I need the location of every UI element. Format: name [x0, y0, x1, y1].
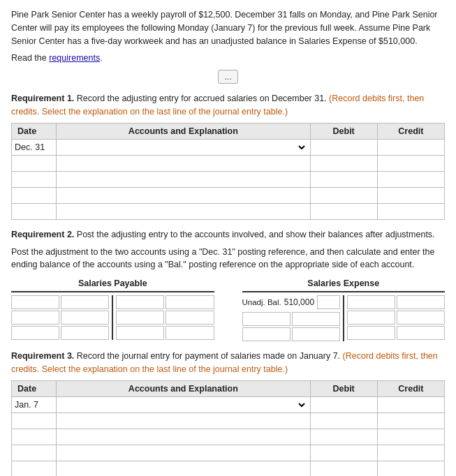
credit-input-3-3[interactable]: [381, 431, 441, 443]
acct-input-1-5[interactable]: [59, 205, 307, 218]
table1-row3-debit[interactable]: [310, 171, 377, 187]
acct-input-3-4[interactable]: [59, 447, 307, 459]
table3-row2-credit[interactable]: [377, 412, 444, 429]
table3-row5-debit[interactable]: [310, 461, 377, 476]
acct-input-1-4[interactable]: [59, 189, 307, 202]
credit-input-1-4[interactable]: [381, 189, 441, 202]
table1-row2-acct[interactable]: [57, 155, 310, 171]
requirements-link[interactable]: requirements: [49, 53, 100, 63]
expense-c3-a[interactable]: [347, 326, 395, 340]
payable-d3-a[interactable]: [11, 326, 59, 340]
table3-row2-debit[interactable]: [310, 412, 377, 429]
expense-d3-b[interactable]: [292, 327, 340, 341]
expense-d2-b-input[interactable]: [293, 313, 339, 325]
table1-row3-acct[interactable]: [57, 171, 310, 187]
payable-d2-b[interactable]: [61, 311, 109, 325]
debit-input-3-1[interactable]: [314, 399, 374, 411]
table1-row4-credit[interactable]: [377, 187, 444, 203]
expense-d2-a[interactable]: [242, 312, 290, 326]
acct-select-3-1[interactable]: [59, 399, 307, 411]
payable-d2-a[interactable]: [11, 311, 59, 325]
expense-d3-a-input[interactable]: [243, 328, 290, 341]
debit-input-3-3[interactable]: [314, 431, 374, 443]
payable-c3-a-input[interactable]: [117, 327, 163, 339]
payable-c3-b[interactable]: [166, 326, 214, 340]
table3-row2-acct[interactable]: [57, 412, 310, 429]
debit-input-3-4[interactable]: [314, 447, 374, 459]
acct-input-3-5[interactable]: [59, 463, 307, 475]
payable-c1-b[interactable]: [166, 295, 214, 309]
expense-d2-b[interactable]: [292, 312, 340, 326]
table1-row5-credit[interactable]: [377, 203, 444, 219]
payable-c1-b-input[interactable]: [166, 296, 213, 308]
table1-row1-credit[interactable]: [377, 139, 444, 155]
expense-c2-b-input[interactable]: [397, 311, 444, 324]
expense-unadj-input-field[interactable]: [318, 296, 339, 308]
expense-c1-b-input[interactable]: [397, 296, 444, 308]
ellipsis-button[interactable]: ...: [218, 70, 237, 84]
expense-c3-a-input[interactable]: [348, 327, 395, 339]
debit-input-1-2[interactable]: [314, 157, 374, 170]
payable-c2-b[interactable]: [166, 311, 214, 325]
payable-c2-b-input[interactable]: [166, 311, 213, 324]
payable-c3-b-input[interactable]: [166, 327, 213, 339]
table1-row4-debit[interactable]: [310, 187, 377, 203]
debit-input-1-3[interactable]: [314, 173, 374, 186]
table3-row3-credit[interactable]: [377, 429, 444, 445]
credit-input-1-3[interactable]: [381, 173, 441, 186]
credit-input-1-2[interactable]: [381, 157, 441, 170]
acct-input-1-2[interactable]: [59, 157, 307, 170]
table3-row3-acct[interactable]: [57, 429, 310, 445]
table3-row1-debit[interactable]: [310, 396, 377, 412]
table1-row1-acct[interactable]: [57, 139, 310, 155]
expense-c3-b-input[interactable]: [397, 327, 444, 339]
payable-d2-b-input[interactable]: [61, 311, 108, 324]
credit-input-3-1[interactable]: [381, 399, 441, 411]
acct-select-1-1[interactable]: [59, 141, 307, 154]
payable-d3-b[interactable]: [61, 326, 109, 340]
payable-c2-a[interactable]: [116, 311, 164, 325]
table3-row5-credit[interactable]: [377, 461, 444, 476]
debit-input-3-5[interactable]: [314, 463, 374, 475]
expense-c1-a[interactable]: [347, 295, 395, 309]
expense-c2-b[interactable]: [397, 311, 445, 325]
debit-input-1-1[interactable]: [314, 141, 374, 154]
expense-c1-b[interactable]: [397, 295, 445, 309]
acct-input-3-2[interactable]: [59, 415, 307, 427]
payable-d1-b[interactable]: [61, 295, 109, 309]
payable-d3-a-input[interactable]: [12, 327, 59, 339]
expense-d3-b-input[interactable]: [293, 328, 339, 341]
table3-row4-acct[interactable]: [57, 445, 310, 461]
payable-c1-a-input[interactable]: [117, 296, 163, 308]
table1-row2-debit[interactable]: [310, 155, 377, 171]
table1-row1-debit[interactable]: [310, 139, 377, 155]
payable-d1-b-input[interactable]: [61, 296, 108, 308]
debit-input-3-2[interactable]: [314, 415, 374, 427]
table1-row3-credit[interactable]: [377, 171, 444, 187]
payable-c2-a-input[interactable]: [117, 311, 163, 324]
credit-input-1-5[interactable]: [381, 205, 441, 218]
table1-row5-acct[interactable]: [57, 203, 310, 219]
expense-c2-a-input[interactable]: [348, 311, 395, 324]
debit-input-1-4[interactable]: [314, 189, 374, 202]
table1-row4-acct[interactable]: [57, 187, 310, 203]
credit-input-3-4[interactable]: [381, 447, 441, 459]
acct-input-1-3[interactable]: [59, 173, 307, 186]
payable-c1-a[interactable]: [116, 295, 164, 309]
table3-row3-debit[interactable]: [310, 429, 377, 445]
expense-c3-b[interactable]: [397, 326, 445, 340]
table3-row1-credit[interactable]: [377, 396, 444, 412]
payable-c3-a[interactable]: [116, 326, 164, 340]
acct-input-3-3[interactable]: [59, 431, 307, 443]
payable-d2-a-input[interactable]: [12, 311, 59, 324]
table3-row5-acct[interactable]: [57, 461, 310, 476]
expense-c2-a[interactable]: [347, 311, 395, 325]
table3-row4-debit[interactable]: [310, 445, 377, 461]
expense-d2-a-input[interactable]: [243, 313, 290, 325]
payable-d1-a-input[interactable]: [12, 296, 59, 308]
credit-input-3-2[interactable]: [381, 415, 441, 427]
payable-d1-a[interactable]: [11, 295, 59, 309]
credit-input-3-5[interactable]: [381, 463, 441, 475]
expense-d3-a[interactable]: [242, 327, 290, 341]
table3-row1-acct[interactable]: [57, 396, 310, 412]
